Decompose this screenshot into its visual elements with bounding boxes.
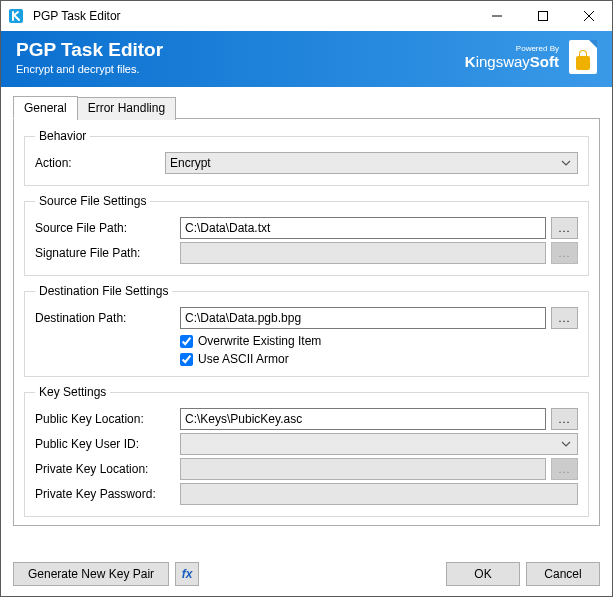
maximize-button[interactable] — [520, 1, 566, 31]
header-title: PGP Task Editor — [16, 39, 465, 61]
source-legend: Source File Settings — [35, 194, 150, 208]
private-key-pwd-label: Private Key Password: — [35, 487, 180, 501]
tab-panel-general: Behavior Action: Encrypt Source File Set… — [13, 119, 600, 526]
tab-strip: General Error Handling — [13, 95, 600, 119]
public-key-loc-browse[interactable]: ... — [551, 408, 578, 430]
cancel-button[interactable]: Cancel — [526, 562, 600, 586]
ok-button[interactable]: OK — [446, 562, 520, 586]
public-key-loc-label: Public Key Location: — [35, 412, 180, 426]
svg-rect-2 — [539, 12, 548, 21]
body: General Error Handling Behavior Action: … — [1, 87, 612, 554]
app-icon — [1, 8, 31, 24]
action-select[interactable]: Encrypt — [165, 152, 578, 174]
public-key-loc-input[interactable] — [180, 408, 546, 430]
signature-path-label: Signature File Path: — [35, 246, 180, 260]
private-key-loc-input — [180, 458, 546, 480]
behavior-group: Behavior Action: Encrypt — [24, 129, 589, 186]
ascii-armor-checkbox[interactable] — [180, 353, 193, 366]
brand-logo: Powered By KingswaySoft — [465, 44, 559, 70]
action-label: Action: — [35, 156, 165, 170]
key-settings-group: Key Settings Public Key Location: ... Pu… — [24, 385, 589, 517]
fx-button[interactable]: fx — [175, 562, 199, 586]
signature-path-browse: ... — [551, 242, 578, 264]
destination-path-input[interactable] — [180, 307, 546, 329]
lock-file-icon — [569, 40, 597, 74]
source-path-label: Source File Path: — [35, 221, 180, 235]
private-key-loc-browse: ... — [551, 458, 578, 480]
footer: Generate New Key Pair fx OK Cancel — [1, 554, 612, 596]
destination-path-browse[interactable]: ... — [551, 307, 578, 329]
titlebar: PGP Task Editor — [1, 1, 612, 31]
source-group: Source File Settings Source File Path: .… — [24, 194, 589, 276]
destination-legend: Destination File Settings — [35, 284, 172, 298]
private-key-pwd-input — [180, 483, 578, 505]
tab-error-handling[interactable]: Error Handling — [77, 97, 176, 120]
overwrite-label: Overwrite Existing Item — [198, 334, 321, 348]
window-title: PGP Task Editor — [31, 9, 474, 23]
header-subtitle: Encrypt and decrypt files. — [16, 63, 465, 75]
behavior-legend: Behavior — [35, 129, 90, 143]
source-path-input[interactable] — [180, 217, 546, 239]
key-settings-legend: Key Settings — [35, 385, 110, 399]
private-key-loc-label: Private Key Location: — [35, 462, 180, 476]
window-controls — [474, 1, 612, 31]
source-path-browse[interactable]: ... — [551, 217, 578, 239]
signature-path-input — [180, 242, 546, 264]
destination-group: Destination File Settings Destination Pa… — [24, 284, 589, 377]
destination-path-label: Destination Path: — [35, 311, 180, 325]
window: PGP Task Editor PGP Task Editor Encrypt … — [0, 0, 613, 597]
tab-general[interactable]: General — [13, 96, 78, 119]
close-button[interactable] — [566, 1, 612, 31]
generate-key-pair-button[interactable]: Generate New Key Pair — [13, 562, 169, 586]
public-key-uid-select[interactable] — [180, 433, 578, 455]
public-key-uid-label: Public Key User ID: — [35, 437, 180, 451]
ascii-armor-label: Use ASCII Armor — [198, 352, 289, 366]
overwrite-checkbox[interactable] — [180, 335, 193, 348]
minimize-button[interactable] — [474, 1, 520, 31]
header-banner: PGP Task Editor Encrypt and decrypt file… — [1, 31, 612, 87]
